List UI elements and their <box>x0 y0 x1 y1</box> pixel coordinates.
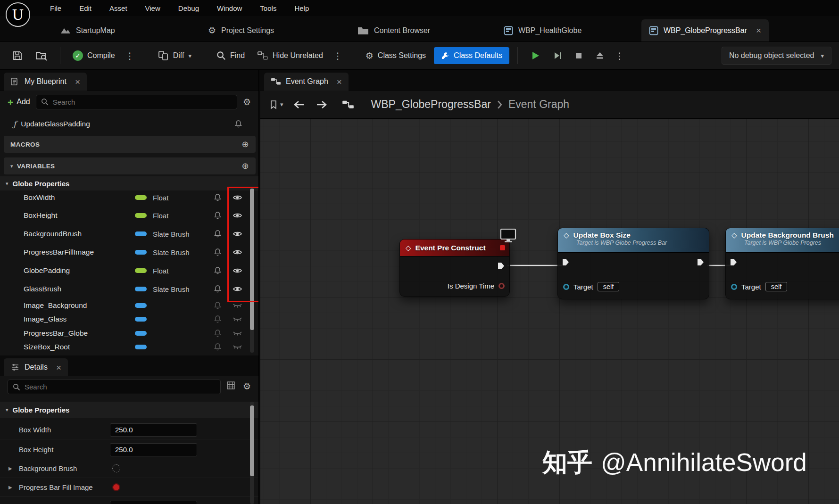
tab-wbp-healthglobe[interactable]: WBP_HealthGlobe <box>496 19 589 41</box>
bell-icon[interactable] <box>214 194 221 202</box>
eye-visibility-icon[interactable] <box>233 303 242 308</box>
bell-icon[interactable] <box>214 329 221 337</box>
unreal-engine-logo-icon[interactable]: U <box>6 2 30 27</box>
bell-icon[interactable] <box>214 315 221 323</box>
brush-preview[interactable] <box>112 464 120 472</box>
type-pill[interactable] <box>135 303 147 308</box>
variable-row-sizebox-root[interactable]: SizeBox_Root <box>0 340 258 354</box>
brush-preview[interactable] <box>112 483 120 491</box>
add-button[interactable]: + Add <box>8 97 30 107</box>
menu-edit[interactable]: Edit <box>79 4 91 12</box>
type-pill[interactable] <box>135 317 147 322</box>
variable-row-glassbrush[interactable]: GlassBrush Slate Brush <box>0 280 258 298</box>
node-update-box-size[interactable]: ◇ Update Box Size Target is WBP Globe Pr… <box>557 228 709 299</box>
type-pill[interactable] <box>135 268 147 273</box>
eye-visibility-icon[interactable] <box>233 267 242 274</box>
bell-icon[interactable] <box>214 343 221 351</box>
frame-skip-button[interactable] <box>548 47 566 64</box>
bell-icon[interactable] <box>214 230 221 238</box>
node-update-background-brush[interactable]: ◇ Update Background Brush Target is WBP … <box>725 228 839 299</box>
compile-options-kebab-icon[interactable]: ⋮ <box>123 50 137 61</box>
variable-row-globepadding[interactable]: GlobePadding Float <box>0 262 258 280</box>
target-pin[interactable] <box>563 284 569 290</box>
menu-file[interactable]: File <box>50 4 61 12</box>
scrollbar-thumb[interactable] <box>250 405 254 476</box>
save-button[interactable] <box>8 46 27 65</box>
variable-row-image-background[interactable]: Image_Background <box>0 298 258 312</box>
class-settings-button[interactable]: ⚙ Class Settings <box>361 47 430 65</box>
macros-section-header[interactable]: MACROS ⊕ <box>4 136 256 153</box>
tab-project-settings[interactable]: ⚙ Project Settings <box>200 19 282 41</box>
bell-icon[interactable] <box>214 248 221 256</box>
type-pill[interactable] <box>135 231 147 236</box>
expander-icon[interactable]: ▶ <box>8 485 12 490</box>
bell-icon[interactable] <box>214 285 221 293</box>
close-icon[interactable]: × <box>56 363 61 372</box>
table-view-icon[interactable] <box>226 381 235 392</box>
close-icon[interactable]: × <box>756 26 761 35</box>
expander-icon[interactable]: ▶ <box>8 466 12 471</box>
bookmark-icon[interactable] <box>270 100 277 109</box>
hide-unrelated-button[interactable]: Hide Unrelated <box>253 46 327 65</box>
bell-icon[interactable] <box>214 212 221 220</box>
play-options-kebab-icon[interactable]: ⋮ <box>613 50 626 61</box>
type-pill[interactable] <box>135 331 147 336</box>
class-defaults-button[interactable]: Class Defaults <box>434 47 509 64</box>
variable-row-progressbarfillimage[interactable]: ProgressBarFillImage Slate Brush <box>0 243 258 261</box>
bell-icon[interactable] <box>214 267 221 275</box>
tab-details[interactable]: Details × <box>4 358 68 376</box>
tab-startupmap[interactable]: StartupMap <box>53 19 123 41</box>
variable-row-backgroundbrush[interactable]: BackgroundBrush Slate Brush <box>0 225 258 243</box>
eye-visibility-icon[interactable] <box>233 212 242 219</box>
eye-visibility-icon[interactable] <box>233 249 242 256</box>
debug-object-dropdown[interactable]: No debug object selected ▾ <box>722 47 831 65</box>
my-blueprint-search-input[interactable] <box>36 95 237 109</box>
type-pill[interactable] <box>135 213 147 218</box>
menu-asset[interactable]: Asset <box>109 4 127 12</box>
find-button[interactable]: Find <box>212 47 249 64</box>
hide-unrelated-kebab-icon[interactable]: ⋮ <box>331 50 345 61</box>
add-variable-icon[interactable]: ⊕ <box>242 161 249 171</box>
menu-help[interactable]: Help <box>294 4 309 12</box>
self-reference-field[interactable]: self <box>598 282 620 291</box>
back-arrow-icon[interactable] <box>293 99 305 110</box>
menu-tools[interactable]: Tools <box>260 4 276 12</box>
property-field[interactable] <box>110 501 197 504</box>
bell-icon[interactable] <box>235 120 242 128</box>
box-width-field[interactable] <box>110 423 197 437</box>
eye-visibility-icon[interactable] <box>233 344 242 350</box>
type-pill[interactable] <box>135 345 147 349</box>
variable-row-image-glass[interactable]: Image_Glass <box>0 312 258 326</box>
eye-visibility-icon[interactable] <box>233 194 242 201</box>
breadcrumb-root[interactable]: WBP_GlobeProgressBar <box>371 98 491 111</box>
gear-icon[interactable]: ⚙ <box>243 97 251 107</box>
compile-button[interactable]: ✓ Compile <box>68 47 119 65</box>
close-icon[interactable]: × <box>75 77 80 86</box>
tab-my-blueprint[interactable]: My Blueprint × <box>4 73 87 91</box>
variable-row-boxwidth[interactable]: BoxWidth Float <box>0 189 258 207</box>
play-button[interactable] <box>526 47 545 65</box>
function-item-updateglasspadding[interactable]: ƒ UpdateGlassPadding <box>0 115 258 133</box>
exec-out-pin[interactable] <box>697 258 704 266</box>
menu-window[interactable]: Window <box>217 4 242 12</box>
details-search-input[interactable] <box>8 380 221 394</box>
type-pill[interactable] <box>135 287 147 291</box>
target-pin[interactable] <box>731 284 737 290</box>
bell-icon[interactable] <box>214 301 221 309</box>
self-reference-field[interactable]: self <box>765 282 788 291</box>
diff-button[interactable]: Diff ▾ <box>153 46 196 65</box>
eye-visibility-icon[interactable] <box>233 286 242 292</box>
stop-button[interactable] <box>570 48 587 64</box>
exec-out-pin[interactable] <box>498 262 505 270</box>
menu-debug[interactable]: Debug <box>178 4 199 12</box>
exec-in-pin[interactable] <box>730 258 737 266</box>
variable-row-boxheight[interactable]: BoxHeight Float <box>0 207 258 224</box>
variables-section-header[interactable]: ▾ VARIABLES ⊕ <box>4 157 256 174</box>
close-icon[interactable]: × <box>337 77 342 86</box>
tab-content-browser[interactable]: Content Browser <box>350 19 438 41</box>
eye-visibility-icon[interactable] <box>233 231 242 237</box>
eye-visibility-icon[interactable] <box>233 330 242 336</box>
exec-in-pin[interactable] <box>562 258 569 266</box>
details-category-header[interactable]: ▾ Globe Properties <box>0 402 258 418</box>
breadcrumb-current[interactable]: Event Graph <box>508 98 569 111</box>
